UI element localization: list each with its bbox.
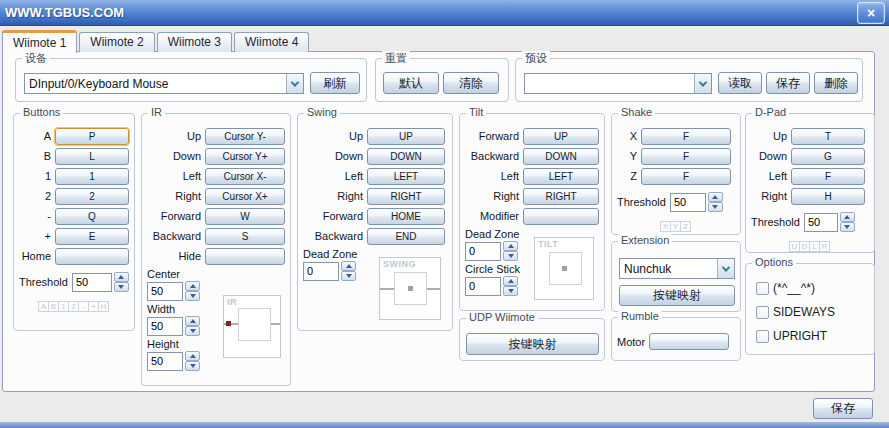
binding-label-up: Up (303, 130, 367, 142)
ir-group: IR Up Cursor Y- Down Cursor Y+ Left Curs… (141, 113, 291, 386)
binding-label-backward: Backward (465, 150, 523, 162)
shake-x-button[interactable]: F (641, 128, 731, 145)
shake-y-button[interactable]: F (641, 148, 731, 165)
binding-row: Forward HOME (303, 206, 447, 226)
binding-button-b[interactable]: L (55, 148, 129, 165)
shake-z-button[interactable]: F (641, 168, 731, 185)
sideways-checkbox[interactable] (756, 306, 769, 319)
spinner-up-icon[interactable] (503, 241, 518, 251)
spinner-down-icon[interactable] (341, 271, 356, 281)
refresh-button[interactable]: 刷新 (310, 72, 360, 94)
ir-forward-button[interactable]: W (205, 208, 285, 225)
spinner-down-icon[interactable] (185, 291, 200, 301)
extension-combobox[interactable]: Nunchuk (619, 258, 735, 279)
swing-down-button[interactable]: DOWN (367, 148, 445, 165)
tilt-forward-button[interactable]: UP (523, 128, 599, 145)
swing-left-button[interactable]: LEFT (367, 168, 445, 185)
buttons-threshold-input[interactable] (72, 273, 112, 292)
save-button[interactable]: 保存 (813, 398, 873, 419)
spinner-up-icon[interactable] (503, 276, 518, 286)
spinner-down-icon[interactable] (503, 251, 518, 261)
swing-marker (408, 286, 413, 291)
chevron-down-icon[interactable] (694, 74, 711, 93)
spinner-down-icon[interactable] (114, 282, 129, 292)
tab-wiimote-3[interactable]: Wiimote 3 (157, 32, 232, 52)
chevron-down-icon[interactable] (286, 74, 303, 93)
binding-label-home: Home (19, 250, 55, 262)
binding-button-plus[interactable]: E (55, 228, 129, 245)
profile-delete-button[interactable]: 删除 (814, 72, 858, 94)
ir-backward-button[interactable]: S (205, 228, 285, 245)
spinner-up-icon[interactable] (114, 272, 129, 282)
spinner-up-icon[interactable] (185, 281, 200, 291)
spinner-up-icon[interactable] (185, 316, 200, 326)
swing-backward-button[interactable]: END (367, 228, 445, 245)
upright-checkbox[interactable] (756, 330, 769, 343)
binding-button-home[interactable] (55, 248, 129, 265)
dpad-right-button[interactable]: H (791, 188, 865, 205)
ir-up-button[interactable]: Cursor Y- (205, 128, 285, 145)
binding-button-2[interactable]: 2 (55, 188, 129, 205)
dpad-threshold-input[interactable] (804, 213, 838, 232)
binding-label-left: Left (303, 170, 367, 182)
binding-label-minus: - (19, 210, 55, 222)
spinner-down-icon[interactable] (503, 286, 518, 296)
hide-irbar-checkbox[interactable] (756, 282, 769, 295)
spinner-up-icon[interactable] (185, 351, 200, 361)
udp-key-mapping-button[interactable]: 按键映射 (466, 333, 599, 355)
tilt-backward-button[interactable]: DOWN (523, 148, 599, 165)
swing-forward-button[interactable]: HOME (367, 208, 445, 225)
profile-save-button[interactable]: 保存 (766, 72, 810, 94)
extension-combobox-value: Nunchuk (620, 262, 717, 276)
tilt-left-button[interactable]: LEFT (523, 168, 599, 185)
binding-button-minus[interactable]: Q (55, 208, 129, 225)
extension-key-mapping-button[interactable]: 按键映射 (619, 285, 735, 306)
device-combobox[interactable]: DInput/0/Keyboard Mouse (24, 73, 304, 94)
rumble-group: Rumble Motor (611, 317, 741, 361)
spinner-down-icon[interactable] (185, 326, 200, 336)
clear-button[interactable]: 清除 (443, 72, 499, 94)
spinner-up-icon[interactable] (708, 192, 723, 202)
close-icon[interactable]: × (857, 2, 885, 24)
swing-up-button[interactable]: UP (367, 128, 445, 145)
ir-right-button[interactable]: Cursor X+ (205, 188, 285, 205)
swing-preview: SWING (379, 257, 441, 320)
default-button[interactable]: 默认 (383, 72, 439, 94)
spinner-down-icon[interactable] (708, 202, 723, 212)
ir-center-input[interactable] (147, 282, 183, 301)
tilt-modifier-button[interactable] (523, 208, 599, 225)
ir-left-button[interactable]: Cursor X- (205, 168, 285, 185)
shake-threshold-input[interactable] (670, 193, 706, 212)
motor-binding-button[interactable] (649, 333, 729, 350)
dpad-up-button[interactable]: T (791, 128, 865, 145)
spinner-down-icon[interactable] (185, 361, 200, 371)
tilt-preview-label: TILT (538, 239, 558, 249)
tilt-right-button[interactable]: RIGHT (523, 188, 599, 205)
ir-height-input[interactable] (147, 352, 183, 371)
tab-wiimote-2[interactable]: Wiimote 2 (79, 32, 154, 52)
dpad-left-button[interactable]: F (791, 168, 865, 185)
binding-button-a[interactable]: P (55, 128, 129, 145)
dpad-down-button[interactable]: G (791, 148, 865, 165)
ir-width-input[interactable] (147, 317, 183, 336)
tab-wiimote-4[interactable]: Wiimote 4 (234, 32, 309, 52)
device-group: 设备 DInput/0/Keyboard Mouse 刷新 (15, 58, 367, 102)
binding-label-left: Left (147, 170, 205, 182)
profile-load-button[interactable]: 读取 (718, 72, 762, 94)
tilt-dead-zone-input[interactable] (465, 242, 501, 261)
ir-down-button[interactable]: Cursor Y+ (205, 148, 285, 165)
spinner-up-icon[interactable] (840, 212, 855, 222)
ir-hide-button[interactable] (205, 248, 285, 265)
binding-label-down: Down (751, 150, 791, 162)
tab-wiimote-1[interactable]: Wiimote 1 (2, 30, 77, 53)
spinner-down-icon[interactable] (840, 222, 855, 232)
chevron-down-icon[interactable] (717, 259, 734, 278)
tilt-circle-stick-input[interactable] (465, 277, 501, 296)
profile-combobox[interactable] (524, 73, 712, 94)
binding-button-1[interactable]: 1 (55, 168, 129, 185)
spinner-up-icon[interactable] (341, 261, 356, 271)
swing-dead-zone-input[interactable] (303, 262, 339, 281)
title-bar[interactable]: WWW.TGBUS.COM × (0, 0, 889, 26)
threshold-row: Threshold (751, 212, 869, 232)
swing-right-button[interactable]: RIGHT (367, 188, 445, 205)
